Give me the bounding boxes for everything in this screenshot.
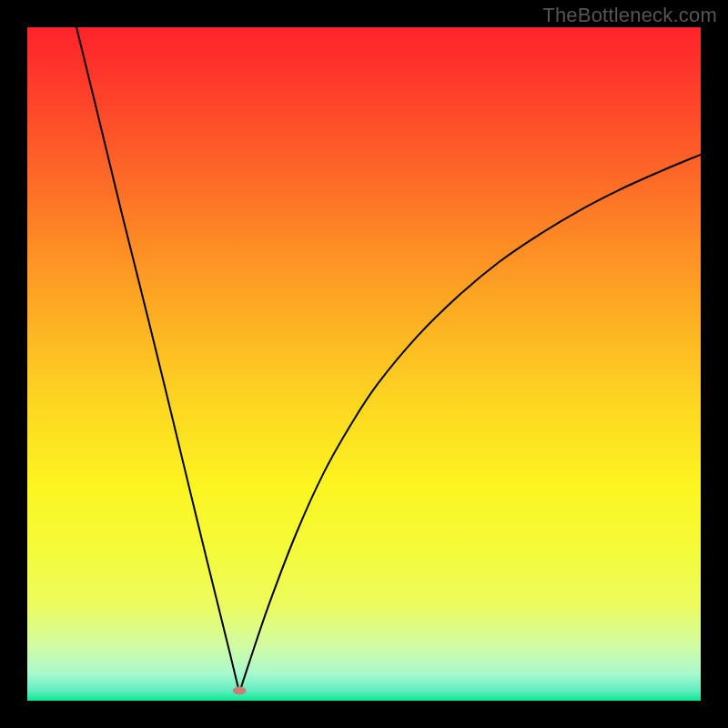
chart-svg (27, 27, 701, 701)
vertex-marker (233, 686, 247, 694)
chart-background (27, 27, 701, 701)
watermark-text: TheBottleneck.com (542, 4, 717, 27)
chart-plot-area (27, 27, 701, 701)
chart-stage: TheBottleneck.com (0, 0, 728, 728)
